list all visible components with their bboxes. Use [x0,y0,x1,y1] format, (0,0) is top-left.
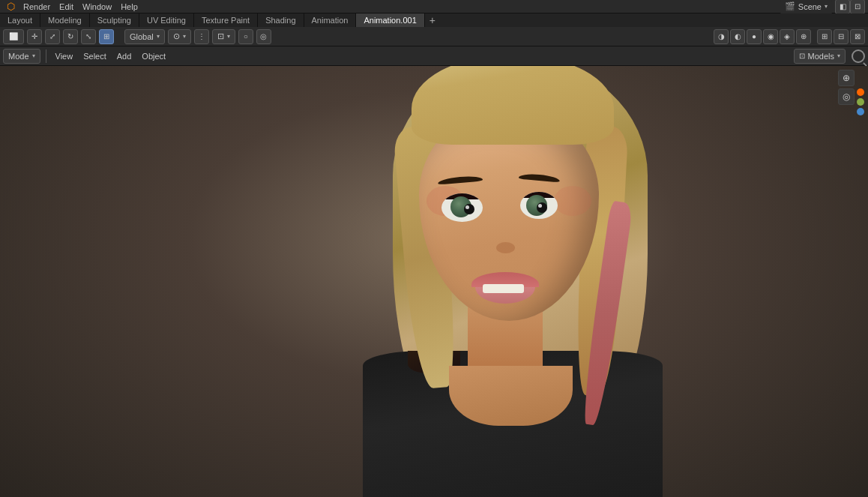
nose [490,242,520,261]
tab-uv-editing[interactable]: UV Editing [139,13,194,27]
highlight-right [538,204,542,208]
mode-label: Mode [8,52,29,61]
workspace-tabs: Layout Modeling Sculpting UV Editing Tex… [0,13,868,27]
viewport-overlay-1[interactable]: ⊕ [838,70,855,86]
shading-render-btn[interactable]: ◈ [780,29,795,44]
green-dot [857,98,864,106]
shading-rendered-btn[interactable]: ⊕ [796,29,811,44]
viewport-area[interactable]: ⊕ ◎ [0,66,868,497]
tab-layout[interactable]: Layout [0,13,40,27]
iris-right [526,195,547,216]
pivot-chevron: ▾ [183,33,186,40]
proportional-edit-icon[interactable]: ○ [238,29,253,44]
shading-solid-btn[interactable]: ● [747,29,762,44]
add-tab-button[interactable]: + [425,13,440,27]
view-menu[interactable]: View [52,49,77,64]
mode-chevron: ▾ [32,52,35,59]
scene-chevron: ▾ [825,3,828,10]
overlay-icon-btn[interactable]: ◑ [714,29,729,44]
scene-selector[interactable]: 🎬 Scene ▾ [780,0,832,14]
pivot-icon: ⊙ [173,31,180,41]
body-collar [449,366,573,426]
eye-left [441,193,483,222]
orange-dot [857,88,864,96]
viewport-shading-chevron: ▾ [837,52,840,59]
scene-name: Scene [798,2,822,11]
add-menu[interactable]: Add [113,49,136,64]
viewport-overlay-icons: ⊕ ◎ [838,70,855,105]
tab-shading[interactable]: Shading [258,13,304,27]
mode-dropdown[interactable]: Mode ▾ [3,49,40,64]
snap-icon: ⊡ [217,31,224,41]
menu-edit[interactable]: Edit [55,0,78,13]
toolbar-row: ⬜ ✛ ⤢ ↻ ⤡ ⊞ Global ▾ ⊙ ▾ ⋮ ⊡ ▾ ○ ◎ ◑ ◐ ●… [0,27,868,46]
blue-dot [857,108,864,115]
viewport-shading-label: Models [808,52,834,61]
viewport-shading-icon: ⊡ [799,52,805,60]
move-icon[interactable]: ⤢ [45,29,60,44]
tab-animation-001[interactable]: Animation.001 [356,13,424,27]
divider-1 [46,49,46,63]
transform-space-dropdown[interactable]: Global ▾ [124,29,165,44]
search-icon[interactable] [852,49,865,63]
scene-icon: 🎬 [785,1,795,11]
eye-white-left [441,193,483,222]
menu-render[interactable]: Render [19,0,55,13]
blender-logo[interactable]: ⬡ [3,0,19,13]
eye-right [520,192,558,219]
gizmo-icon-btn[interactable]: ⊞ [817,29,832,44]
mode-row-right: ⊡ Models ▾ [794,49,865,64]
scale-icon[interactable]: ⤡ [81,29,96,44]
pivot-point-dropdown[interactable]: ⊙ ▾ [168,29,191,44]
render-icon-btn[interactable]: ◧ [835,0,850,14]
hair-top [412,66,614,145]
menu-help[interactable]: Help [116,0,142,13]
shading-material-btn[interactable]: ◉ [763,29,778,44]
gizmo-btn2[interactable]: ⊟ [834,29,849,44]
tab-animation[interactable]: Animation [304,13,357,27]
viewport-shading-dropdown[interactable]: ⊡ Models ▾ [794,49,846,64]
viewport-overlay-2[interactable]: ◎ [838,88,855,105]
select-mode-icon[interactable]: ⬜ [3,29,24,44]
transform-space-chevron: ▾ [157,33,160,40]
tab-modeling[interactable]: Modeling [40,13,90,27]
teeth [483,284,524,293]
select-menu[interactable]: Select [79,49,110,64]
toolbar-right-icons: ◑ ◐ ● ◉ ◈ ⊕ ⊞ ⊟ ⊠ [714,29,865,44]
transform-space-label: Global [130,32,154,41]
gizmo-btn3[interactable]: ⊠ [850,29,865,44]
xray-icon-btn[interactable]: ◐ [730,29,745,44]
lips [468,272,543,306]
tab-sculpting[interactable]: Sculpting [90,13,139,27]
character-model [288,66,775,482]
proportional-connected-icon[interactable]: ◎ [256,29,271,44]
transform-icon[interactable]: ⊞ [99,29,114,44]
view-layer-btn[interactable]: ⊡ [850,0,865,14]
rotate-icon[interactable]: ↻ [63,29,78,44]
tab-texture-paint[interactable]: Texture Paint [194,13,258,27]
nose-tip [496,242,515,253]
scene-label-area: 🎬 Scene ▾ [780,0,832,14]
snap-chevron: ▾ [227,33,230,40]
mode-row: Mode ▾ View Select Add Object ⊡ Models ▾ [0,46,868,66]
top-menubar: ⬡ Render Edit Window Help 🎬 Scene ▾ ◧ ⊡ [0,0,868,13]
object-menu[interactable]: Object [138,49,169,64]
menu-window[interactable]: Window [78,0,116,13]
eye-white-right [520,192,558,219]
snap-dropdown[interactable]: ⊡ ▾ [212,29,235,44]
cursor-icon[interactable]: ✛ [27,29,42,44]
iris-left [450,196,471,217]
highlight-left [465,205,469,209]
snap-toggle[interactable]: ⋮ [194,29,209,44]
